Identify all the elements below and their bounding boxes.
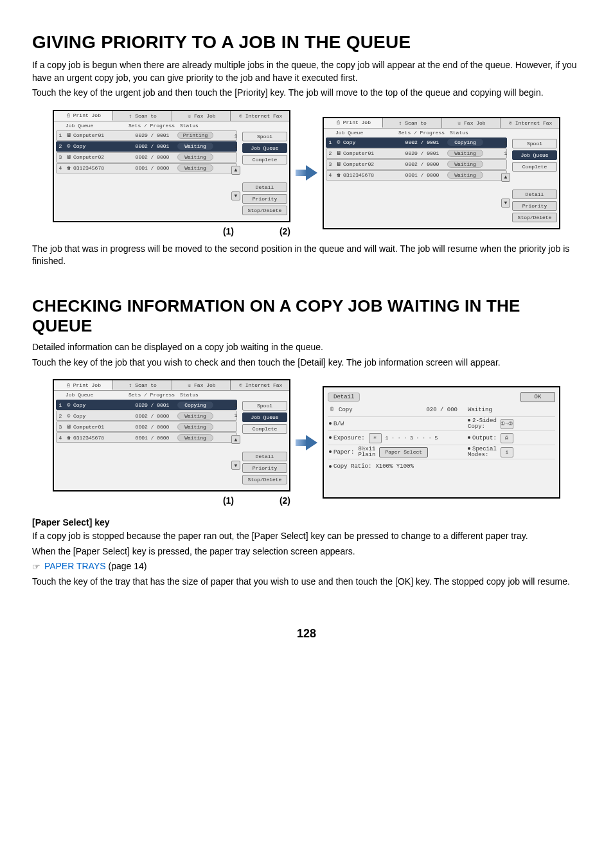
job-row[interactable]: 4☎03123456780001 / 0000Waiting <box>56 432 237 443</box>
detail-button[interactable]: Detail <box>242 452 287 461</box>
tab-fax-job[interactable]: ☏Fax Job <box>172 380 231 390</box>
tab-print-job[interactable]: ⎙Print Job <box>324 118 383 128</box>
tab-fax-job[interactable]: ☏Fax Job <box>442 118 501 128</box>
scroll-down-button[interactable]: ▼ <box>501 199 510 208</box>
detail-button[interactable]: Detail <box>512 190 557 199</box>
tab-print-job[interactable]: ⎙Print Job <box>54 111 113 121</box>
para-result: The job that was in progress will be mov… <box>32 243 581 268</box>
paper-select-button[interactable]: Paper Select <box>379 447 428 457</box>
tab-internet-fax[interactable]: ✆Internet Fax <box>231 380 289 390</box>
detail-ratio-label: Copy Ratio: <box>329 463 371 470</box>
scroll-down-button[interactable]: ▼ <box>231 191 240 200</box>
col-status: Status <box>450 130 495 136</box>
arrow-up-icon: ▲ <box>235 437 238 443</box>
heading-priority: GIVING PRIORITY TO A JOB IN THE QUEUE <box>32 32 581 53</box>
stop-delete-button[interactable]: Stop/Delete <box>512 213 557 222</box>
job-row[interactable]: 3🖥Computer020002 / 0000Waiting <box>326 159 507 170</box>
tab-print-job[interactable]: ⎙Print Job <box>54 380 113 390</box>
callout-2: (2) <box>234 226 290 236</box>
job-row[interactable]: 2©Copy0002 / 0000Waiting <box>56 411 237 421</box>
job-row-selected[interactable]: 1©Copy0002 / 0001Copying <box>326 137 507 148</box>
two-sided-icon: ①→② <box>501 419 513 429</box>
arrow-down-icon: ▼ <box>504 200 508 206</box>
detail-exposure-label: Exposure: <box>329 435 365 441</box>
tab-scan-to[interactable]: ⇪Scan to <box>383 118 442 128</box>
job-row[interactable]: 2🖥Computer010020 / 0001Waiting <box>326 148 507 159</box>
stop-delete-button[interactable]: Stop/Delete <box>242 206 287 215</box>
para-intro1: If a copy job is begun when there are al… <box>32 59 581 84</box>
para-intro2: Touch the key of the urgent job and then… <box>32 87 581 100</box>
detail-2sided-label: 2-Sided Copy: <box>468 418 497 430</box>
detail-panel: Detail OK © Copy 020 / 000 Waiting B/W 2… <box>323 386 560 499</box>
col-job-queue: Job Queue <box>58 123 129 128</box>
arrow-right-icon <box>296 164 317 182</box>
para-ps3: Touch the key of the tray that has the s… <box>32 576 581 589</box>
col-status: Status <box>180 123 225 128</box>
special-modes-icon: i <box>501 447 513 457</box>
tab-fax-job[interactable]: ☏Fax Job <box>172 111 231 121</box>
fax-icon: ☏ <box>186 113 192 119</box>
job-row[interactable]: 3🖥Computer010002 / 0000Waiting <box>56 421 237 432</box>
spool-tab[interactable]: Spool <box>242 401 287 411</box>
job-row-selected[interactable]: 2©Copy0002 / 0001Waiting <box>56 141 237 152</box>
tab-scan-to[interactable]: ⇪Scan to <box>113 111 172 121</box>
detail-status: Waiting <box>468 407 492 413</box>
para-check2: Touch the key of the job that you wish t… <box>32 357 581 369</box>
tab-internet-fax[interactable]: ✆Internet Fax <box>501 118 559 128</box>
scroll-up-button[interactable]: ▲ <box>231 166 240 175</box>
job-row[interactable]: 4☎03123456780001 / 0000Waiting <box>56 163 237 173</box>
copy-icon: © <box>329 407 335 412</box>
complete-tab[interactable]: Complete <box>242 424 287 434</box>
page-number-footer: 128 <box>32 627 581 641</box>
tab-scan-to[interactable]: ⇪Scan to <box>113 380 172 390</box>
col-job-queue: Job Queue <box>58 392 129 398</box>
paper-trays-link[interactable]: PAPER TRAYS <box>44 561 106 571</box>
cross-reference: ☞ PAPER TRAYS (page 14) <box>32 560 581 573</box>
copy-icon: © <box>334 139 343 145</box>
priority-button[interactable]: Priority <box>242 194 287 204</box>
ok-button[interactable]: OK <box>520 392 555 402</box>
globe-icon: ✆ <box>508 120 513 126</box>
job-row-selected[interactable]: 1©Copy0020 / 0001Copying <box>56 400 237 410</box>
copy-icon: © <box>64 143 73 149</box>
job-panel-after: ⎙Print Job ⇪Scan to ☏Fax Job ✆Internet F… <box>323 117 560 229</box>
col-progress: Sets / Progress <box>129 123 180 128</box>
job-panel-before: ⎙Print Job ⇪Scan to ☏Fax Job ✆Internet F… <box>53 110 290 222</box>
spool-tab[interactable]: Spool <box>242 132 287 141</box>
pointer-icon: ☞ <box>32 562 43 572</box>
job-row[interactable]: 4☎03123456780001 / 0000Waiting <box>326 170 507 181</box>
phone-icon: ☎ <box>64 165 73 171</box>
detail-button[interactable]: Detail <box>242 182 287 192</box>
detail-progress: 020 / 000 <box>426 407 458 413</box>
spool-tab[interactable]: Spool <box>512 139 557 148</box>
stop-delete-button[interactable]: Stop/Delete <box>242 475 287 484</box>
scan-icon: ⇪ <box>397 120 403 126</box>
priority-button[interactable]: Priority <box>512 201 557 211</box>
printer-icon: ⎙ <box>66 112 71 118</box>
output-icon: ⎙ <box>501 433 513 443</box>
job-queue-tab[interactable]: Job Queue <box>242 143 287 153</box>
scroll-up-button[interactable]: ▲ <box>231 435 240 444</box>
page-number: 1 <box>504 149 508 157</box>
job-queue-tab[interactable]: Job Queue <box>512 150 557 160</box>
detail-paper-value: 8½x11 Plain <box>358 447 375 458</box>
complete-tab[interactable]: Complete <box>242 155 287 164</box>
para-check1: Detailed information can be displayed on… <box>32 341 581 354</box>
scroll-down-button[interactable]: ▼ <box>231 461 240 470</box>
complete-tab[interactable]: Complete <box>512 162 557 172</box>
figure-detail: ⎙Print Job ⇪Scan to ☏Fax Job ✆Internet F… <box>32 379 581 506</box>
detail-job-name: Copy <box>339 407 353 413</box>
job-row[interactable]: 1🖥Computer010020 / 0001Printing <box>56 130 237 141</box>
page-number: 1 <box>235 401 238 409</box>
callout-1: (1) <box>53 495 234 506</box>
job-row[interactable]: 3🖥Computer020002 / 0000Waiting <box>56 152 237 163</box>
col-progress: Sets / Progress <box>129 392 180 398</box>
copy-icon: © <box>64 402 73 408</box>
priority-button[interactable]: Priority <box>242 463 287 473</box>
tab-internet-fax[interactable]: ✆Internet Fax <box>231 111 289 121</box>
scan-icon: ⇪ <box>127 382 133 388</box>
job-queue-tab[interactable]: Job Queue <box>242 412 287 422</box>
pc-icon: 🖥 <box>334 150 343 156</box>
detail-ratio-value: X100% Y100% <box>375 463 413 470</box>
scroll-up-button[interactable]: ▲ <box>501 173 510 182</box>
